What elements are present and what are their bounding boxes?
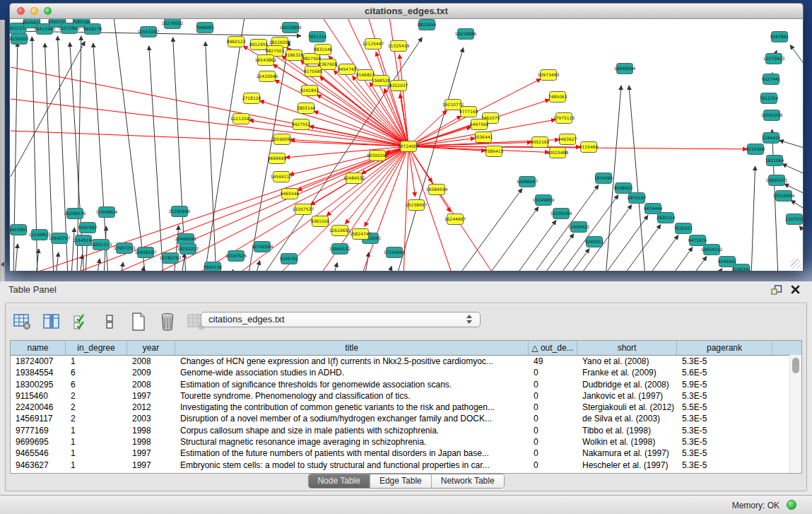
collapse-panel-arrow-icon[interactable] (1, 262, 4, 267)
graph-node[interactable]: 19384554 (426, 185, 448, 195)
table-scrollbar[interactable] (789, 355, 801, 473)
column-header-in-degree[interactable]: in_degree (66, 341, 127, 355)
graph-node[interactable]: 8186328 (285, 50, 304, 61)
graph-node[interactable]: 17959924 (96, 207, 118, 218)
tab-network-table[interactable]: Network Table (432, 474, 504, 488)
graph-node[interactable]: 9918270 (83, 24, 102, 35)
graph-node[interactable]: 21260606 (169, 206, 191, 217)
graph-node[interactable]: 10025488 (547, 148, 569, 158)
column-header-name[interactable]: name (11, 341, 66, 355)
graph-node[interactable]: 10654112 (701, 245, 723, 255)
graph-node[interactable]: 9052160 (531, 137, 550, 148)
zoom-window-button[interactable] (44, 7, 52, 15)
graph-node[interactable]: 16648394 (614, 64, 636, 74)
graph-node[interactable]: 15276002 (162, 19, 184, 29)
graph-node[interactable]: 17975115 (553, 113, 575, 124)
graph-node[interactable]: 8471676 (688, 235, 707, 246)
graph-node[interactable]: 9777169 (459, 107, 478, 117)
graph-node[interactable]: 15824747 (350, 229, 372, 240)
graph-node[interactable]: 14569117 (271, 172, 293, 182)
table-row[interactable]: 977716911998Corpus callosum shape and si… (11, 425, 801, 436)
network-panel-gutter[interactable] (0, 20, 5, 281)
graph-node[interactable]: 17016504 (773, 191, 795, 201)
graph-node[interactable]: 7946061 (196, 23, 215, 33)
canvas-resize-grip[interactable] (791, 259, 801, 269)
table-row[interactable]: 2242004622012Investigating the contribut… (11, 402, 801, 413)
graph-node[interactable]: 10590091 (271, 134, 293, 145)
graph-node[interactable]: 7632621 (674, 223, 693, 234)
graph-node[interactable]: 2036441 (474, 132, 493, 143)
graph-node[interactable]: 15205189 (551, 209, 572, 219)
delete-table-icon[interactable] (158, 313, 177, 331)
graph-node[interactable]: 8454743 (338, 64, 357, 75)
graph-node[interactable]: 13942757 (49, 233, 71, 244)
graph-node[interactable]: 11007537 (293, 204, 314, 215)
graph-node[interactable]: 6497568 (470, 119, 489, 130)
table-row[interactable]: 911546021997Tourette syndrome. Phenomeno… (11, 390, 801, 402)
table-row[interactable]: 946554611997Estimation of the future num… (11, 448, 801, 459)
graph-node[interactable]: 8322037 (389, 81, 408, 91)
graph-node[interactable]: 17957253 (114, 243, 136, 254)
graph-node[interactable]: 10391209 (761, 110, 783, 121)
graph-node[interactable]: 6879197 (628, 193, 647, 204)
table-row[interactable]: 946362711997Embryonic stem cells: a mode… (11, 460, 801, 471)
graph-node[interactable]: 15692971 (766, 175, 788, 186)
graph-node[interactable]: 8813054 (418, 20, 437, 30)
graph-node[interactable]: 9831546 (314, 45, 333, 55)
graph-node[interactable]: 2803144 (297, 103, 316, 114)
graph-node[interactable]: 16782753 (160, 253, 182, 264)
graph-node[interactable]: 16086047 (517, 177, 539, 187)
table-row[interactable]: 1872400712008Changes of HCN gene express… (11, 356, 801, 367)
graph-node[interactable]: 2718120 (242, 93, 261, 104)
hub-node[interactable]: 18724007 (398, 141, 420, 152)
table-row[interactable]: 1938455462009Genome-wide association stu… (11, 367, 801, 378)
float-panel-icon[interactable] (771, 285, 782, 295)
graph-node[interactable]: 11325419 (388, 41, 410, 52)
graph-node[interactable]: 9699695 (268, 153, 287, 164)
graph-node[interactable]: 12610651 (329, 226, 351, 236)
column-header-out-degree-sorted[interactable]: △ out_de... (529, 341, 577, 355)
graph-node[interactable]: 8427552 (292, 119, 311, 130)
graph-node[interactable]: 10973493 (538, 70, 560, 81)
table-row[interactable]: 1830029562008Estimation of significance … (11, 379, 801, 390)
graph-node[interactable]: 2935114 (657, 213, 676, 223)
graph-node[interactable]: 7857224 (308, 32, 327, 42)
graph-node[interactable]: 9167891 (770, 32, 789, 42)
graph-node[interactable]: 10197526 (225, 251, 247, 262)
table-select-dropdown[interactable]: citations_edges.txt (201, 312, 481, 327)
show-column-icon[interactable] (42, 313, 61, 331)
graph-node[interactable]: 8960123 (227, 37, 246, 47)
graph-node[interactable]: 1621064 (765, 156, 784, 166)
graph-node[interactable]: 12213343 (230, 114, 252, 124)
table-row[interactable]: 1456911722003Disruption of a novel membe… (11, 413, 801, 424)
graph-node[interactable]: 15051113 (90, 240, 112, 250)
graph-node[interactable]: 16958187 (135, 247, 157, 258)
column-header-title[interactable]: title (175, 341, 529, 355)
minimize-window-button[interactable] (30, 7, 38, 15)
graph-node[interactable]: 19218986 (455, 29, 477, 40)
graph-node[interactable]: 9175685 (304, 66, 323, 77)
graph-node[interactable]: 17254041 (384, 247, 406, 258)
column-header-pagerank[interactable]: pagerank (677, 341, 772, 355)
select-columns-icon[interactable] (71, 313, 90, 331)
graph-node[interactable]: 9242843 (300, 86, 319, 96)
graph-node[interactable]: 9463627 (558, 134, 577, 145)
graph-node[interactable]: 22420046 (257, 71, 278, 82)
graph-node[interactable]: 15944132 (329, 244, 351, 255)
graph-node[interactable]: 16244907 (445, 214, 466, 225)
graph-node[interactable]: 8938923 (614, 183, 633, 194)
graph-node[interactable]: 12450421 (568, 222, 590, 233)
column-header-year[interactable]: year (127, 341, 175, 355)
graph-node[interactable]: 8155003 (10, 34, 29, 45)
graph-node[interactable]: 1107533 (785, 214, 803, 225)
graph-node[interactable]: 18300295 (367, 151, 389, 161)
network-canvas[interactable]: 9012375852491110411990930553211072861768… (9, 19, 804, 271)
close-window-button[interactable] (17, 7, 25, 15)
graph-node[interactable]: 1874095 (594, 173, 613, 184)
graph-node[interactable]: 20206576 (64, 209, 86, 219)
graph-node[interactable]: 9245702 (280, 254, 299, 264)
close-panel-icon[interactable] (790, 284, 801, 295)
graph-node[interactable]: 12742594 (252, 242, 273, 252)
graph-node[interactable]: 9297587 (78, 223, 98, 233)
graph-node[interactable]: 8215358 (746, 144, 765, 155)
